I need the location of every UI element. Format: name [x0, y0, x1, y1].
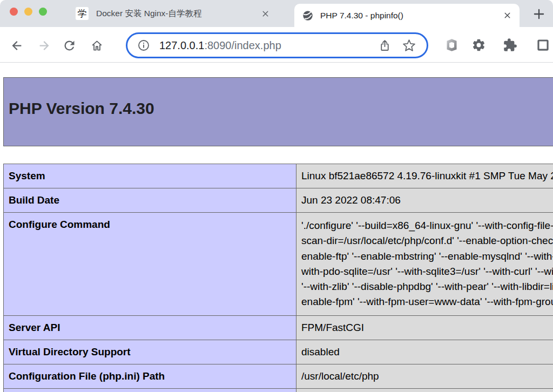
table-row: [4, 388, 553, 392]
info-value: Linux bf521ae86572 4.19.76-linuxkit #1 S…: [296, 164, 553, 188]
side-panel-icon[interactable]: [536, 38, 550, 52]
table-row: Server APIFPM/FastCGI: [4, 315, 553, 340]
info-label: Server API: [4, 315, 296, 340]
table-row: Configuration File (php.ini) Path/usr/lo…: [4, 364, 553, 388]
office-extension-icon[interactable]: [444, 38, 459, 52]
url-path: :8090/index.php: [204, 39, 281, 51]
new-tab-button[interactable]: [532, 7, 546, 21]
info-label: Virtual Directory Support: [4, 340, 296, 364]
tab-docker-nginx[interactable]: 学 Docker 安装 Nginx-自学教程: [76, 0, 270, 27]
close-window-button[interactable]: [10, 8, 18, 16]
info-value: /usr/local/etc/php: [296, 364, 553, 388]
info-value: disabled: [296, 340, 553, 364]
reload-icon[interactable]: [62, 38, 77, 53]
browser-toolbar: 127.0.0.1:8090/index.php: [0, 27, 553, 63]
url-host: 127.0.0.1: [159, 39, 204, 51]
bookmark-star-icon[interactable]: [402, 39, 416, 52]
close-tab-icon[interactable]: [503, 11, 512, 20]
share-icon[interactable]: [378, 39, 392, 52]
info-label: Configure Command: [4, 213, 296, 316]
info-value: Jun 23 2022 08:47:06: [296, 188, 553, 213]
extensions-puzzle-icon[interactable]: [503, 38, 517, 52]
info-value: FPM/FastCGI: [296, 315, 553, 340]
info-label: [4, 388, 296, 392]
info-value: [296, 388, 553, 392]
tab-title: PHP 7.4.30 - phpinfo(): [320, 11, 498, 21]
tab-strip: 学 Docker 安装 Nginx-自学教程 PHP 7.4.30 - phpi…: [0, 0, 553, 27]
info-label: Configuration File (php.ini) Path: [4, 364, 296, 388]
info-label: System: [4, 164, 296, 188]
page-title: PHP Version 7.4.30: [9, 99, 553, 118]
table-row: Configure Command'./configure' '--build=…: [4, 213, 553, 316]
window-controls: [10, 8, 47, 16]
globe-favicon-icon: [302, 10, 314, 22]
fullscreen-window-button[interactable]: [39, 8, 47, 16]
table-row: SystemLinux bf521ae86572 4.19.76-linuxki…: [4, 164, 553, 188]
tab-phpinfo-active[interactable]: PHP 7.4.30 - phpinfo(): [294, 4, 520, 27]
close-tab-icon[interactable]: [261, 9, 270, 18]
forward-icon: [37, 38, 51, 53]
info-label: Build Date: [4, 188, 296, 213]
info-value: './configure' '--build=x86_64-linux-gnu'…: [296, 213, 553, 316]
phpinfo-table: SystemLinux bf521ae86572 4.19.76-linuxki…: [3, 164, 553, 392]
table-row: Build DateJun 23 2022 08:47:06: [4, 188, 553, 213]
home-icon[interactable]: [90, 38, 104, 53]
adblock-extension-icon[interactable]: [471, 38, 486, 52]
table-row: Virtual Directory Supportdisabled: [4, 340, 553, 364]
url-address-bar[interactable]: 127.0.0.1:8090/index.php: [126, 32, 428, 58]
xue-favicon-icon: 学: [76, 7, 89, 20]
minimize-window-button[interactable]: [24, 8, 32, 16]
tab-title: Docker 安装 Nginx-自学教程: [96, 8, 257, 19]
url-text[interactable]: 127.0.0.1:8090/index.php: [159, 39, 378, 52]
site-info-icon[interactable]: [137, 39, 150, 52]
back-icon[interactable]: [10, 38, 24, 53]
phpinfo-header-banner: PHP Version 7.4.30: [3, 77, 553, 146]
